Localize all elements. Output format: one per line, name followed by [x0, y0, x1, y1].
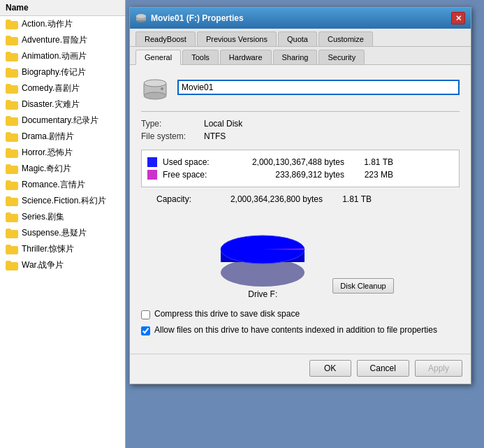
folder-item[interactable]: War.战争片 — [0, 257, 125, 273]
folder-item[interactable]: Documentary.纪录片 — [0, 113, 125, 129]
folder-label: Disaster.灾难片 — [22, 99, 80, 110]
folder-icon — [6, 100, 18, 110]
info-section: Type: Local Disk File system: NTFS — [141, 111, 460, 143]
folder-label: Thriller.惊悚片 — [22, 243, 74, 255]
dialog-footer: OK Cancel Apply — [130, 354, 471, 384]
folder-item[interactable]: Animation.动画片 — [0, 48, 125, 64]
folder-icon — [6, 180, 18, 190]
drive-header — [141, 73, 460, 101]
tab-security[interactable]: Security — [318, 50, 365, 64]
tab-readyboost[interactable]: ReadyBoost — [135, 31, 196, 46]
folder-label: Science.Fiction.科幻片 — [22, 195, 106, 207]
index-row: Allow files on this drive to have conten… — [141, 322, 460, 338]
drive-name-input[interactable] — [177, 80, 460, 95]
disk-cleanup-button[interactable]: Disk Cleanup — [332, 278, 393, 294]
folder-label: Documentary.纪录片 — [22, 115, 98, 127]
folder-icon — [6, 245, 18, 254]
free-color-box — [147, 170, 157, 180]
fs-label: File system: — [141, 131, 204, 141]
free-space-row: Free space: 233,869,312 bytes 223 MB — [147, 168, 453, 181]
folder-label: Animation.动画片 — [22, 50, 87, 62]
folder-label: Action.动作片 — [22, 18, 73, 30]
type-value: Local Disk — [204, 119, 242, 129]
free-human: 223 MB — [344, 170, 393, 180]
folder-icon — [6, 52, 18, 62]
properties-dialog: Movie01 (F:) Properties ✕ ReadyBoostPrev… — [129, 7, 471, 384]
folder-item[interactable]: Horror.恐怖片 — [0, 145, 125, 161]
capacity-bytes: 2,000,364,236,800 bytes — [211, 194, 323, 204]
folder-item[interactable]: Disaster.灾难片 — [0, 96, 125, 113]
tabs-row1: ReadyBoostPrevious VersionsQuotaCustomiz… — [130, 29, 471, 47]
folder-item[interactable]: Science.Fiction.科幻片 — [0, 193, 125, 209]
index-label[interactable]: Allow files on this drive to have conten… — [154, 325, 437, 335]
folder-item[interactable]: Action.动作片 — [0, 16, 125, 32]
folder-label: Adventure.冒险片 — [22, 34, 87, 46]
folder-label: Drama.剧情片 — [22, 131, 74, 143]
used-bytes: 2,000,130,367,488 bytes — [233, 157, 344, 167]
folder-icon — [6, 116, 18, 126]
dialog-titlebar: Movie01 (F:) Properties ✕ — [130, 8, 471, 29]
file-explorer-sidebar: Name Action.动作片 Adventure.冒险片 Animation.… — [0, 0, 126, 448]
pie-area: Drive F: Disk Cleanup — [141, 211, 460, 299]
pie-label: Drive F: — [248, 289, 277, 299]
folder-item[interactable]: Biography.传记片 — [0, 64, 125, 80]
folder-item[interactable]: Series.剧集 — [0, 209, 125, 225]
folder-item[interactable]: Suspense.悬疑片 — [0, 225, 125, 241]
folder-item[interactable]: Comedy.喜剧片 — [0, 80, 125, 96]
space-section: Used space: 2,000,130,367,488 bytes 1.81… — [141, 150, 460, 187]
folder-item[interactable]: Magic.奇幻片 — [0, 161, 125, 177]
folder-icon — [6, 68, 18, 78]
apply-button[interactable]: Apply — [415, 360, 462, 377]
checkbox-section: Compress this drive to save disk space A… — [141, 306, 460, 338]
fs-row: File system: NTFS — [141, 130, 460, 143]
folder-label: Romance.言情片 — [22, 179, 85, 191]
type-row: Type: Local Disk — [141, 117, 460, 130]
compress-row: Compress this drive to save disk space — [141, 306, 460, 322]
folder-item[interactable]: Thriller.惊悚片 — [0, 241, 125, 257]
folder-icon — [6, 84, 18, 94]
folder-label: Comedy.喜剧片 — [22, 82, 80, 94]
folder-item[interactable]: Romance.言情片 — [0, 177, 125, 193]
compress-label[interactable]: Compress this drive to save disk space — [154, 309, 300, 319]
folder-label: Suspense.悬疑片 — [22, 227, 87, 239]
folder-item[interactable]: Adventure.冒险片 — [0, 32, 125, 48]
folder-icon — [6, 196, 18, 206]
index-checkbox[interactable] — [141, 326, 150, 335]
free-label: Free space: — [163, 170, 233, 180]
folder-icon — [6, 20, 18, 29]
dialog-content: Type: Local Disk File system: NTFS Used … — [130, 65, 471, 354]
tab-general[interactable]: General — [135, 50, 181, 65]
titlebar-left: Movie01 (F:) Properties — [135, 13, 244, 24]
capacity-row: Capacity: 2,000,364,236,800 bytes 1.81 T… — [141, 194, 460, 204]
folder-item[interactable]: Drama.剧情片 — [0, 129, 125, 145]
name-column-header: Name — [0, 0, 125, 16]
folder-icon — [6, 132, 18, 142]
ok-button[interactable]: OK — [309, 360, 351, 377]
fs-value: NTFS — [204, 131, 226, 141]
folder-icon — [6, 261, 18, 270]
cancel-button[interactable]: Cancel — [357, 360, 409, 377]
compress-checkbox[interactable] — [141, 310, 150, 319]
folder-icon — [6, 212, 18, 222]
svg-point-2 — [136, 14, 146, 18]
folder-icon — [6, 148, 18, 158]
tab-previous-versions[interactable]: Previous Versions — [197, 31, 277, 46]
close-button[interactable]: ✕ — [451, 12, 465, 24]
tab-tools[interactable]: Tools — [182, 50, 219, 64]
folder-label: Series.剧集 — [22, 211, 64, 223]
folder-icon — [6, 164, 18, 174]
folder-icon — [6, 229, 18, 238]
dialog-title: Movie01 (F:) Properties — [151, 13, 244, 23]
folder-label: War.战争片 — [22, 259, 64, 271]
tab-customize[interactable]: Customize — [318, 31, 373, 46]
pie-chart — [207, 211, 318, 288]
tab-hardware[interactable]: Hardware — [220, 50, 272, 64]
used-human: 1.81 TB — [344, 157, 393, 167]
tab-quota[interactable]: Quota — [278, 31, 317, 46]
drive-icon — [141, 73, 169, 101]
folder-label: Magic.奇幻片 — [22, 163, 71, 175]
tab-sharing[interactable]: Sharing — [273, 50, 318, 64]
type-label: Type: — [141, 119, 204, 129]
svg-point-4 — [144, 80, 166, 87]
svg-point-6 — [161, 87, 163, 90]
